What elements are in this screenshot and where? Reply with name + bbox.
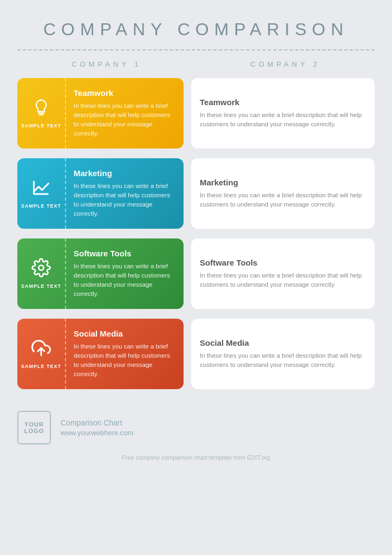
footer: YOUR LOGO Comparison Chart www.yourwebhe… — [17, 405, 375, 450]
comparison-label: Comparison Chart — [61, 418, 133, 427]
card-content-marketing: Marketing In these lines you can write a… — [66, 158, 184, 229]
company2-title-marketing: Marketing — [200, 178, 366, 187]
card-content-software-tools: Software Tools In these lines you can wr… — [66, 238, 184, 309]
gear-icon — [31, 258, 51, 280]
logo-line1: YOUR — [24, 421, 44, 428]
sample-text-teamwork: SAMPLE TEXT — [21, 123, 61, 130]
card-icon-area-software-tools: SAMPLE TEXT — [17, 238, 66, 309]
column-header-2: COMPANY 2 — [196, 56, 375, 73]
company2-title-teamwork: Teamwork — [200, 98, 366, 107]
company2-desc-teamwork: In these lines you can write a brief des… — [200, 111, 366, 130]
company2-card-marketing: Marketing In these lines you can write a… — [191, 158, 375, 229]
comparison-rows: SAMPLE TEXT Teamwork In these lines you … — [17, 78, 375, 400]
company2-desc-marketing: In these lines you can write a brief des… — [200, 191, 366, 210]
card-desc-software-tools: In these lines you can write a brief des… — [74, 262, 176, 299]
card-title-marketing: Marketing — [74, 169, 176, 178]
column-headers: COMPANY 1 COMPANY 2 — [17, 56, 375, 73]
card-content-social-media: Social Media In these lines you can writ… — [66, 319, 184, 389]
company2-title-software-tools: Software Tools — [200, 258, 366, 267]
card-desc-marketing: In these lines you can write a brief des… — [74, 182, 176, 219]
card-icon-area-marketing: SAMPLE TEXT — [17, 158, 66, 229]
card-desc-teamwork: In these lines you can write a brief des… — [74, 101, 176, 139]
company2-title-social-media: Social Media — [200, 338, 366, 347]
svg-point-1 — [41, 99, 42, 101]
card-icon-area-teamwork: SAMPLE TEXT — [17, 78, 66, 149]
card-content-teamwork: Teamwork In these lines you can write a … — [66, 78, 184, 149]
company2-desc-software-tools: In these lines you can write a brief des… — [200, 271, 366, 290]
company2-card-software-tools: Software Tools In these lines you can wr… — [191, 238, 375, 309]
company1-card-software-tools: SAMPLE TEXT Software Tools In these line… — [17, 238, 184, 309]
footer-url: www.yourwebhere.com — [61, 429, 133, 437]
company2-desc-social-media: In these lines you can write a brief des… — [200, 351, 366, 370]
comparison-row-social-media: SAMPLE TEXT Social Media In these lines … — [17, 319, 375, 389]
card-title-software-tools: Software Tools — [74, 249, 176, 258]
card-icon-area-social-media: SAMPLE TEXT — [17, 319, 66, 389]
company1-card-social-media: SAMPLE TEXT Social Media In these lines … — [17, 319, 184, 389]
svg-point-4 — [39, 265, 44, 270]
company1-card-marketing: SAMPLE TEXT Marketing In these lines you… — [17, 158, 184, 229]
attribution: Free company comparison chart template f… — [122, 454, 270, 461]
column-header-1: COMPANY 1 — [17, 56, 196, 73]
logo-line2: LOGO — [24, 428, 44, 434]
chart-icon — [31, 178, 51, 200]
footer-text: Comparison Chart www.yourwebhere.com — [61, 418, 133, 437]
company2-card-teamwork: Teamwork In these lines you can write a … — [191, 78, 375, 149]
section-divider — [17, 49, 375, 50]
sample-text-marketing: SAMPLE TEXT — [21, 203, 61, 210]
comparison-row-teamwork: SAMPLE TEXT Teamwork In these lines you … — [17, 78, 375, 149]
bulb-icon — [31, 98, 51, 120]
page-title: COMPANY COMPARISON — [43, 20, 349, 40]
card-title-teamwork: Teamwork — [74, 88, 176, 98]
sample-text-software-tools: SAMPLE TEXT — [21, 283, 61, 290]
company2-card-social-media: Social Media In these lines you can writ… — [191, 319, 375, 389]
comparison-row-marketing: SAMPLE TEXT Marketing In these lines you… — [17, 158, 375, 229]
logo-box: YOUR LOGO — [17, 411, 51, 444]
cloud-icon — [31, 338, 51, 360]
sample-text-social-media: SAMPLE TEXT — [21, 364, 61, 370]
company1-card-teamwork: SAMPLE TEXT Teamwork In these lines you … — [17, 78, 184, 149]
card-title-social-media: Social Media — [74, 329, 176, 338]
comparison-row-software-tools: SAMPLE TEXT Software Tools In these line… — [17, 238, 375, 309]
card-desc-social-media: In these lines you can write a brief des… — [74, 342, 176, 379]
